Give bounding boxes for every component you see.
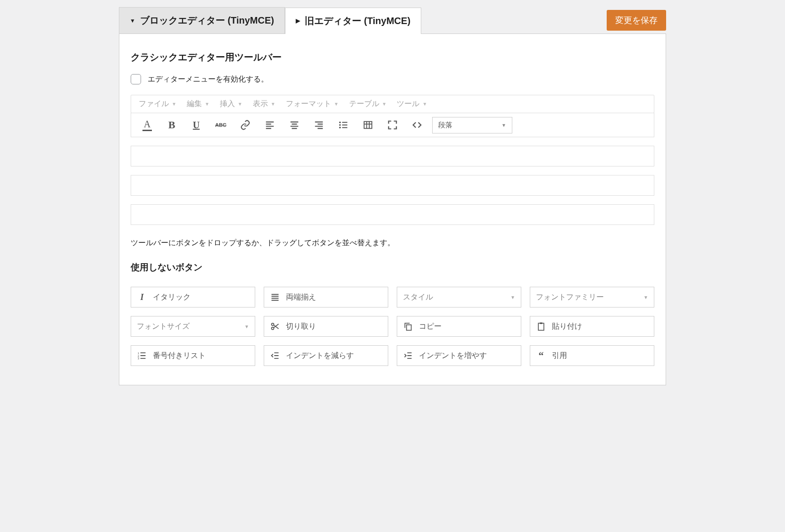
- toolbar-row-3[interactable]: [131, 175, 654, 196]
- link-button[interactable]: [233, 116, 258, 134]
- align-center-icon: [289, 120, 300, 130]
- expand-icon: [387, 120, 398, 130]
- unused-buttons-grid: I イタリック 両端揃え スタイル ▼ フォントファミリー ▼ フォントサイズ …: [131, 287, 654, 366]
- bullet-list-button[interactable]: [331, 116, 356, 134]
- unused-style-select[interactable]: スタイル ▼: [397, 287, 521, 308]
- tab-classic-editor[interactable]: ▶ 旧エディター (TinyMCE): [285, 8, 421, 34]
- table-button[interactable]: [356, 116, 380, 134]
- svg-text:3: 3: [138, 357, 139, 360]
- menu-table: テーブル▼: [349, 99, 387, 109]
- section-title: クラシックエディター用ツールバー: [131, 51, 654, 64]
- enable-menu-checkbox-row[interactable]: エディターメニューを有効化する。: [131, 74, 654, 84]
- align-right-button[interactable]: [307, 116, 331, 134]
- text-color-button[interactable]: A: [142, 119, 152, 131]
- chevron-down-icon: ▼: [643, 295, 648, 300]
- toolbar-row-2[interactable]: [131, 146, 654, 166]
- helper-text: ツールバーにボタンをドロップするか、ドラッグしてボタンを並べ替えます。: [131, 238, 654, 248]
- svg-rect-3: [364, 122, 372, 129]
- menu-insert: 挿入▼: [220, 99, 242, 109]
- link-icon: [240, 120, 251, 130]
- quote-icon: “: [536, 352, 546, 359]
- italic-icon: I: [137, 292, 147, 302]
- list-ul-icon: [338, 120, 349, 130]
- code-icon: [412, 120, 422, 130]
- menu-tools: ツール▼: [397, 99, 427, 109]
- align-justify-icon: [270, 292, 280, 302]
- clipboard-icon: [536, 322, 546, 331]
- editor-menubar: ファイル▼ 編集▼ 挿入▼ 表示▼ フォーマット▼ テーブル▼ ツール▼: [131, 95, 654, 113]
- unused-font-size-select[interactable]: フォントサイズ ▼: [131, 316, 255, 337]
- indent-icon: [403, 351, 413, 360]
- chevron-down-icon: ▼: [205, 101, 209, 107]
- underline-button[interactable]: U: [184, 116, 209, 134]
- menu-view: 表示▼: [253, 99, 276, 109]
- tab-block-editor[interactable]: ▼ ブロックエディター (TinyMCE): [119, 7, 285, 33]
- unused-blockquote[interactable]: “ 引用: [530, 345, 654, 366]
- toolbar-row-4[interactable]: [131, 204, 654, 225]
- caret-down-icon: ▼: [130, 17, 135, 24]
- tab-label: 旧エディター (TinyMCE): [305, 15, 410, 27]
- unused-copy[interactable]: コピー: [397, 316, 521, 337]
- outdent-icon: [270, 351, 280, 360]
- unused-justify[interactable]: 両端揃え: [264, 287, 388, 308]
- format-select[interactable]: 段落 ▼: [432, 117, 512, 133]
- strikethrough-button[interactable]: ABC: [209, 116, 233, 134]
- code-button[interactable]: [405, 116, 429, 134]
- svg-point-2: [339, 127, 341, 129]
- menu-format: フォーマット▼: [286, 99, 339, 109]
- tab-label: ブロックエディター (TinyMCE): [140, 14, 274, 27]
- toolbar-row-1[interactable]: A B U ABC: [131, 113, 654, 137]
- chevron-down-icon: ▼: [422, 101, 427, 107]
- align-right-icon: [314, 120, 324, 130]
- unused-cut[interactable]: 切り取り: [264, 316, 388, 337]
- menu-file: ファイル▼: [139, 99, 176, 109]
- unused-outdent[interactable]: インデントを減らす: [264, 345, 388, 366]
- chevron-down-icon: ▼: [382, 101, 387, 107]
- menu-edit: 編集▼: [187, 99, 209, 109]
- checkbox-enable-menu[interactable]: [131, 74, 141, 84]
- copy-icon: [403, 322, 413, 331]
- chevron-down-icon: ▼: [271, 101, 276, 107]
- tabs-row: ▼ ブロックエディター (TinyMCE) ▶ 旧エディター (TinyMCE)…: [119, 7, 666, 33]
- table-icon: [363, 120, 373, 130]
- fullscreen-button[interactable]: [380, 116, 405, 134]
- save-button[interactable]: 変更を保存: [607, 10, 666, 31]
- chevron-down-icon: ▼: [238, 101, 242, 107]
- svg-rect-7: [538, 323, 544, 330]
- align-left-button[interactable]: [258, 116, 282, 134]
- scissors-icon: [270, 322, 280, 331]
- bold-button[interactable]: B: [159, 116, 184, 134]
- unused-font-family-select[interactable]: フォントファミリー ▼: [530, 287, 654, 308]
- caret-right-icon: ▶: [296, 17, 300, 24]
- chevron-down-icon: ▼: [244, 324, 249, 329]
- enable-menu-label: エディターメニューを有効化する。: [148, 75, 268, 84]
- chevron-down-icon: ▼: [501, 123, 506, 128]
- chevron-down-icon: ▼: [510, 295, 515, 300]
- svg-point-0: [339, 122, 341, 124]
- svg-rect-6: [407, 325, 411, 331]
- unused-italic[interactable]: I イタリック: [131, 287, 255, 308]
- unused-buttons-title: 使用しないボタン: [131, 261, 654, 274]
- align-center-button[interactable]: [282, 116, 307, 134]
- svg-rect-8: [540, 323, 543, 324]
- chevron-down-icon: ▼: [172, 101, 176, 107]
- align-left-icon: [265, 120, 275, 130]
- unused-indent[interactable]: インデントを増やす: [397, 345, 521, 366]
- unused-paste[interactable]: 貼り付け: [530, 316, 654, 337]
- chevron-down-icon: ▼: [334, 101, 339, 107]
- unused-ordered-list[interactable]: 123 番号付きリスト: [131, 345, 255, 366]
- settings-panel: クラシックエディター用ツールバー エディターメニューを有効化する。 ファイル▼ …: [119, 33, 666, 385]
- format-select-label: 段落: [438, 121, 452, 130]
- svg-point-1: [339, 124, 341, 126]
- list-ol-icon: 123: [137, 351, 147, 360]
